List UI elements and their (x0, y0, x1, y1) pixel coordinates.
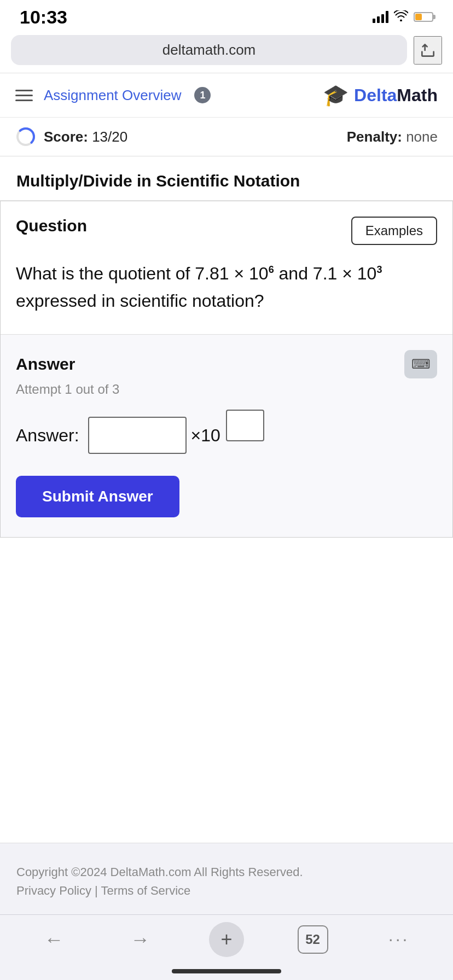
signal-bars-icon (373, 11, 388, 23)
url-text: deltamath.com (162, 42, 256, 59)
logo-text: DeltaMath (354, 85, 438, 106)
home-bar (172, 969, 281, 973)
more-options-icon: ··· (388, 929, 410, 949)
attempt-text: Attempt 1 out of 3 (16, 382, 437, 397)
answer-input-row: Answer: ×10 (16, 417, 437, 454)
back-arrow-icon: ← (44, 928, 64, 951)
logo-cap-icon: 🎓 (323, 83, 349, 107)
tabs-button[interactable]: 52 (294, 923, 332, 956)
keyboard-button[interactable]: ⌨ (404, 350, 437, 378)
browser-bar: deltamath.com (0, 30, 453, 73)
answer-section: Answer ⌨ Attempt 1 out of 3 Answer: ×10 … (1, 334, 452, 537)
question-section: Question Examples What is the quotient o… (0, 201, 453, 538)
status-time: 10:33 (20, 7, 67, 28)
answer-label: Answer (16, 355, 75, 374)
score-ring-icon (15, 126, 36, 147)
question-text-part1: What is the quotient of 7.81 × 106 and 7… (16, 264, 382, 311)
assignment-overview-link[interactable]: Assignment Overview (44, 87, 181, 104)
status-bar: 10:33 (0, 0, 453, 30)
battery-icon (414, 12, 433, 22)
new-tab-button[interactable]: + (207, 923, 246, 956)
penalty-text: Penalty: none (347, 129, 438, 145)
question-header: Question Examples (1, 201, 452, 245)
status-icons (373, 10, 433, 24)
main-content: Multiply/Divide in Scientific Notation Q… (0, 156, 453, 843)
answer-header: Answer ⌨ (16, 350, 437, 378)
nav-bar: Assignment Overview 1 🎓 DeltaMath (0, 73, 453, 118)
logo-area: 🎓 DeltaMath (323, 83, 438, 107)
plus-circle-icon: + (209, 922, 244, 957)
share-button[interactable] (414, 36, 442, 65)
footer-links[interactable]: Privacy Policy | Terms of Service (16, 884, 437, 898)
question-label: Question (16, 217, 87, 235)
footer-copyright: Copyright ©2024 DeltaMath.com All Rights… (16, 865, 437, 879)
wifi-icon (394, 10, 408, 24)
score-text: Score: 13/20 (44, 129, 127, 145)
home-indicator (0, 969, 453, 980)
assignment-badge: 1 (194, 87, 211, 103)
bottom-browser-bar: ← → + 52 ··· (0, 914, 453, 969)
tab-count-box: 52 (298, 925, 328, 954)
hamburger-menu-icon[interactable] (15, 90, 33, 101)
footer-area: Copyright ©2024 DeltaMath.com All Rights… (0, 843, 453, 914)
times-symbol: ×10 (191, 425, 220, 446)
forward-arrow-icon: → (130, 928, 150, 951)
topic-title: Multiply/Divide in Scientific Notation (0, 156, 453, 201)
answer-coefficient-input[interactable] (88, 417, 187, 454)
answer-prefix-label: Answer: (16, 425, 79, 446)
examples-button[interactable]: Examples (351, 217, 437, 245)
answer-exponent-input[interactable] (226, 410, 264, 441)
forward-button[interactable]: → (121, 923, 159, 956)
keyboard-icon: ⌨ (411, 357, 431, 372)
submit-answer-button[interactable]: Submit Answer (16, 476, 179, 517)
more-options-button[interactable]: ··· (380, 923, 418, 956)
back-button[interactable]: ← (35, 923, 73, 956)
question-body: What is the quotient of 7.81 × 106 and 7… (1, 245, 452, 334)
url-bar[interactable]: deltamath.com (11, 35, 407, 65)
score-bar: Score: 13/20 Penalty: none (0, 118, 453, 156)
